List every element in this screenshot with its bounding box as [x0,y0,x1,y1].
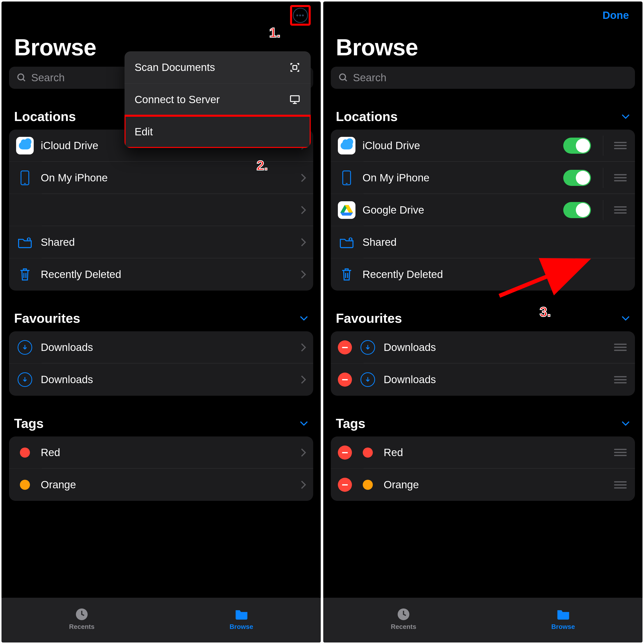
drag-handle[interactable] [613,481,628,489]
more-button[interactable]: ••• [293,8,308,23]
toggle-on-iphone[interactable] [563,170,591,186]
location-recently-deleted[interactable]: Recently Deleted [331,258,635,291]
toggle-google-drive[interactable] [563,202,591,218]
page-title: Browse [336,34,635,61]
delete-button[interactable]: − [338,446,352,460]
svg-point-0 [18,74,24,80]
blank-icon [16,201,34,219]
favourite-downloads: − Downloads [331,331,635,364]
drag-handle[interactable] [613,142,628,149]
menu-label: Connect to Server [135,94,220,106]
annotation-2: 2. [257,157,268,173]
download-icon [16,339,34,356]
svg-rect-2 [293,65,297,69]
files-browse-screen-edit: Done Browse Search Locations iCloud Driv… [323,2,642,642]
separator [603,168,603,188]
svg-rect-13 [343,171,351,185]
clock-icon [396,607,411,621]
svg-point-9 [28,238,30,239]
tab-recents[interactable]: Recents [391,607,416,631]
chevron-right-icon [301,270,306,279]
tab-browse[interactable]: Browse [230,607,253,631]
toggle-icloud[interactable] [563,138,591,154]
chevron-right-icon [301,375,306,384]
more-button-highlight: ••• [290,5,311,26]
search-placeholder: Search [353,72,386,84]
section-header-locations[interactable]: Locations [331,109,635,130]
download-icon [359,371,377,388]
section-header-favourites[interactable]: Favourites [9,311,313,331]
drag-handle[interactable] [613,449,628,456]
location-label: On My iPhone [363,172,556,184]
section-header-favourites[interactable]: Favourites [331,311,635,331]
drag-handle[interactable] [613,344,628,351]
drag-handle[interactable] [613,376,628,383]
shared-folder-icon [338,233,355,251]
done-button[interactable]: Done [599,9,632,21]
tab-label: Browse [230,623,253,631]
drag-handle[interactable] [613,206,628,214]
section-title: Tags [14,416,44,431]
favourite-label: Downloads [41,341,294,353]
files-browse-screen-normal: ••• 1. Browse Search Scan Documents Conn… [2,2,321,642]
tab-recents[interactable]: Recents [69,607,94,631]
chevron-right-icon [301,205,306,215]
favourite-downloads[interactable]: Downloads [9,331,313,364]
section-header-tags[interactable]: Tags [9,416,313,436]
section-header-tags[interactable]: Tags [331,416,635,436]
tag-label: Orange [41,479,294,491]
tab-label: Browse [551,623,575,631]
location-label: Google Drive [363,204,556,216]
menu-label: Scan Documents [135,61,215,73]
tags-list: − Red − Orange [331,436,635,501]
favourite-label: Downloads [384,374,606,386]
tags-list: Red Orange [9,436,313,501]
location-label: On My iPhone [41,172,294,184]
delete-button[interactable]: − [338,478,352,492]
google-drive-icon [338,201,355,219]
menu-connect-server[interactable]: Connect to Server [125,84,311,116]
tag-color-icon [359,476,377,494]
locations-list: iCloud Drive On My iPhone Shared [9,130,313,291]
tag-red[interactable]: Red [9,436,313,469]
location-blank[interactable] [9,194,313,226]
location-shared[interactable]: Shared [331,226,635,258]
tag-red: − Red [331,436,635,469]
drag-handle[interactable] [613,174,628,181]
delete-button[interactable]: − [338,340,352,354]
menu-scan-documents[interactable]: Scan Documents [125,51,311,84]
chevron-down-icon [621,114,630,119]
location-label: Recently Deleted [363,268,628,280]
section-title: Tags [336,416,366,431]
chevron-down-icon [621,421,630,426]
location-label: Recently Deleted [41,268,294,280]
chevron-right-icon [301,480,306,490]
tag-orange[interactable]: Orange [9,469,313,501]
chevron-right-icon [301,173,306,183]
location-icloud: iCloud Drive [331,130,635,162]
chevron-down-icon [300,421,308,426]
download-icon [359,339,377,356]
location-label: iCloud Drive [363,140,556,152]
svg-point-19 [350,238,351,239]
favourite-downloads[interactable]: Downloads [9,364,313,396]
location-shared[interactable]: Shared [9,226,313,258]
section-title: Locations [336,109,398,124]
tab-label: Recents [391,623,416,631]
tag-label: Orange [384,479,606,491]
location-recently-deleted[interactable]: Recently Deleted [9,258,313,291]
clock-icon [75,607,89,621]
delete-button[interactable]: − [338,373,352,387]
scroll-area: ••• 1. Browse Search Scan Documents Conn… [2,2,321,598]
section-title: Favourites [336,311,402,326]
tab-browse[interactable]: Browse [551,607,575,631]
chevron-down-icon [300,315,308,321]
search-icon [338,73,348,83]
more-menu-popup: Scan Documents Connect to Server Edit [125,51,311,148]
tag-label: Red [384,447,606,459]
annotation-1: 1. [269,25,280,40]
svg-rect-3 [291,96,299,101]
svg-marker-17 [340,213,353,216]
menu-edit[interactable]: Edit [125,116,311,148]
search-input[interactable]: Search [331,67,635,89]
